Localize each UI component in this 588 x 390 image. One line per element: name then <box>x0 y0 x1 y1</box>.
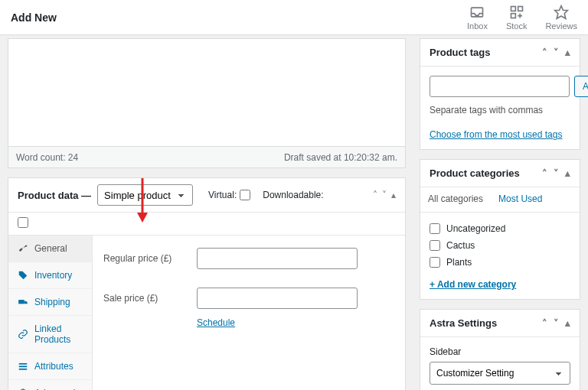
virtual-option[interactable]: Virtual: <box>208 190 250 200</box>
svg-rect-1 <box>511 6 515 11</box>
product-data-body: General Inventory Shipping Linked Produc… <box>8 236 405 390</box>
sale-price-input[interactable] <box>197 288 358 309</box>
virtual-checkbox[interactable] <box>240 190 250 200</box>
general-fields: Regular price (£) Sale price (£) Schedul… <box>93 236 405 390</box>
tab-inventory[interactable]: Inventory <box>8 262 92 289</box>
tab-attributes[interactable]: Attributes <box>8 353 92 380</box>
move-up-icon[interactable]: ˄ <box>542 47 547 58</box>
schedule-link[interactable]: Schedule <box>197 317 235 328</box>
regular-price-label: Regular price (£) <box>103 253 188 264</box>
tab-general[interactable]: General <box>8 236 92 262</box>
topbar-actions: Inbox Stock Reviews <box>467 5 577 31</box>
category-checkbox[interactable] <box>430 257 440 268</box>
product-categories-panel: Product categories ˄ ˅ ▴ All categories … <box>420 159 580 300</box>
word-count: Word count: 24 <box>16 152 78 163</box>
star-icon <box>554 5 569 20</box>
sale-price-label: Sale price (£) <box>103 293 188 304</box>
product-data-subrow <box>8 213 405 236</box>
truck-icon <box>18 297 28 307</box>
move-up-icon[interactable]: ˄ <box>373 190 377 200</box>
downloadable-option[interactable]: Downloadable: <box>263 190 323 200</box>
link-icon <box>18 329 28 340</box>
panel-toggle-group: ˄ ˅ ▴ <box>373 190 396 200</box>
move-up-icon[interactable]: ˄ <box>542 317 547 329</box>
category-item: Cactus <box>430 237 570 254</box>
tab-linked-products[interactable]: Linked Products <box>8 316 92 353</box>
svg-marker-4 <box>555 5 568 18</box>
tags-hint: Separate tags with commas <box>430 105 570 115</box>
move-down-icon[interactable]: ˅ <box>554 167 559 179</box>
product-data-tabs: General Inventory Shipping Linked Produc… <box>8 236 93 390</box>
category-checkbox[interactable] <box>430 223 440 234</box>
draft-saved: Draft saved at 10:20:32 am. <box>284 152 397 163</box>
content-editor[interactable]: Word count: 24 Draft saved at 10:20:32 a… <box>8 38 406 168</box>
editor-footer: Word count: 24 Draft saved at 10:20:32 a… <box>8 146 405 167</box>
svg-rect-2 <box>518 6 522 11</box>
svg-rect-7 <box>18 300 24 304</box>
product-tags-panel: Product tags ˄ ˅ ▴ Add Separate tags wit… <box>420 38 580 150</box>
astra-sidebar-select[interactable]: Customizer Setting <box>430 362 570 385</box>
svg-rect-9 <box>19 366 28 367</box>
top-bar: Add New Inbox Stock Reviews <box>0 0 588 35</box>
collapse-icon[interactable]: ▴ <box>565 47 570 58</box>
regular-price-row: Regular price (£) <box>103 248 394 269</box>
product-data-panel: Product data — Simple product Virtual: D… <box>8 177 406 390</box>
category-item: Plants <box>430 254 570 271</box>
stock-icon <box>509 5 524 20</box>
product-type-select[interactable]: Simple product <box>97 184 193 206</box>
tags-input[interactable] <box>430 76 570 97</box>
categories-title: Product categories <box>430 167 520 179</box>
move-down-icon[interactable]: ˅ <box>554 47 559 58</box>
stock-button[interactable]: Stock <box>506 5 528 31</box>
tab-shipping[interactable]: Shipping <box>8 289 92 316</box>
tab-most-used[interactable]: Most Used <box>491 187 550 212</box>
category-checkbox[interactable] <box>430 240 440 251</box>
tags-title: Product tags <box>430 47 490 58</box>
astra-sidebar-label: Sidebar <box>430 346 570 357</box>
move-up-icon[interactable]: ˄ <box>542 167 547 179</box>
tag-icon <box>18 270 28 281</box>
svg-rect-3 <box>511 13 515 18</box>
tab-all-categories[interactable]: All categories <box>420 187 491 212</box>
product-data-header: Product data — Simple product Virtual: D… <box>8 178 405 213</box>
tab-advanced[interactable]: Advanced <box>8 380 92 390</box>
category-item: Uncategorized <box>430 220 570 237</box>
page-title: Add New <box>11 11 57 24</box>
move-down-icon[interactable]: ˅ <box>554 317 559 329</box>
svg-rect-8 <box>19 363 28 365</box>
product-data-title: Product data — <box>18 190 91 201</box>
inbox-button[interactable]: Inbox <box>467 5 488 31</box>
category-list: Uncategorized Cactus Plants <box>420 213 580 278</box>
regular-price-input[interactable] <box>197 248 358 269</box>
astra-title: Astra Settings <box>430 317 497 329</box>
astra-settings-panel: Astra Settings ˄ ˅ ▴ Sidebar Customizer … <box>420 309 580 390</box>
inbox-icon <box>469 5 485 20</box>
add-tag-button[interactable]: Add <box>574 76 588 97</box>
move-down-icon[interactable]: ˅ <box>382 190 387 200</box>
choose-most-used-link[interactable]: Choose from the most used tags <box>430 129 562 140</box>
svg-rect-10 <box>19 369 28 370</box>
reviews-button[interactable]: Reviews <box>545 5 577 31</box>
collapse-icon[interactable]: ▴ <box>391 190 396 200</box>
collapse-icon[interactable]: ▴ <box>565 167 570 179</box>
product-type-options: Virtual: Downloadable: <box>208 190 324 200</box>
list-icon <box>18 361 28 372</box>
add-new-category-link[interactable]: + Add new category <box>430 279 516 290</box>
downloadable-checkbox[interactable] <box>18 217 28 228</box>
sale-price-row: Sale price (£) <box>103 288 394 309</box>
collapse-icon[interactable]: ▴ <box>565 317 570 329</box>
wrench-icon <box>18 243 28 254</box>
